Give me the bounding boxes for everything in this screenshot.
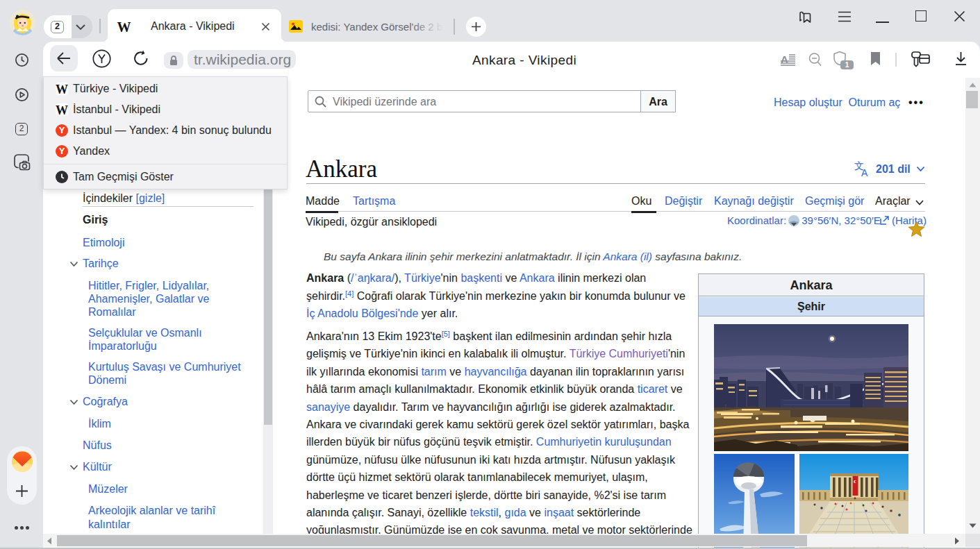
svg-text:A: A [861,167,868,177]
